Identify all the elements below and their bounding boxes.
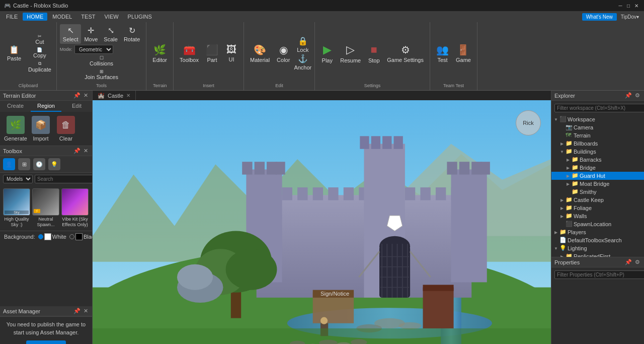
exit-game-button[interactable]: 🚪 Game <box>453 42 474 64</box>
tree-terrain[interactable]: 🗺 Terrain <box>551 131 644 140</box>
duplicate-button[interactable]: ⧉ Duplicate <box>26 60 53 74</box>
cut-button[interactable]: ✂ Cut <box>26 33 53 46</box>
tree-buildings[interactable]: ▼ 📁 Buildings <box>551 148 644 156</box>
toolbox-pin[interactable]: 📌 <box>72 148 82 154</box>
menu-file[interactable]: FILE <box>2 13 22 21</box>
terrain-editor-close[interactable]: ✕ <box>83 92 89 99</box>
close-button[interactable]: ✕ <box>633 2 640 9</box>
menu-plugins[interactable]: PLUGINS <box>124 13 156 21</box>
toolbox-tab-models[interactable]: 👤 <box>3 158 15 170</box>
toolbox-search-input[interactable] <box>35 175 92 183</box>
ui-button[interactable]: 🖼 UI <box>222 42 240 64</box>
smithy-label: Smithy <box>580 189 597 195</box>
menu-test[interactable]: TEST <box>77 13 99 21</box>
terrain-editor-pin[interactable]: 📌 <box>72 92 82 99</box>
tree-barracks[interactable]: ▶ 📁 Barracks <box>551 156 644 164</box>
move-button[interactable]: ✛ Move <box>81 24 101 44</box>
camera-icon: 📷 <box>566 124 573 131</box>
copy-button[interactable]: 📄 Copy <box>26 46 53 59</box>
explorer-settings[interactable]: ⚙ <box>634 92 641 99</box>
castle-keep-icon: 📁 <box>566 196 573 203</box>
explorer-pin[interactable]: 📌 <box>624 92 633 99</box>
toolbox-tab-favorites[interactable]: 💡 <box>48 158 60 170</box>
explorer-filter-input[interactable] <box>554 104 644 112</box>
menu-view[interactable]: VIEW <box>100 13 122 21</box>
tree-players[interactable]: ▶ 📁 Players <box>551 228 644 236</box>
select-button[interactable]: ↖ Select <box>60 24 82 44</box>
svg-point-54 <box>226 249 277 290</box>
terrain-tool-generate[interactable]: 🌿 Generate <box>4 116 27 142</box>
tree-smithy[interactable]: 📁 Smithy <box>551 188 644 196</box>
tree-workspace[interactable]: ▼ ⬛ Workspace <box>551 115 644 123</box>
minimize-button[interactable]: ─ <box>617 2 624 9</box>
asset-manager-pin[interactable]: 📌 <box>72 308 82 314</box>
join-surfaces-button[interactable]: ⊞ Join Surfaces <box>60 68 143 81</box>
tree-default-toolbox[interactable]: 📄 DefaultToolboxSearch <box>551 236 644 244</box>
scale-button[interactable]: ⤡ Scale <box>101 24 121 44</box>
toolbox-tab-recent[interactable]: 🕐 <box>33 158 45 170</box>
terrain-editor-button[interactable]: 🌿 Editor <box>149 42 170 64</box>
user-profile[interactable]: TipDov▾ <box>618 14 642 20</box>
models-selector[interactable]: Models <box>3 175 33 183</box>
collisions-button[interactable]: ☐ Collisions <box>60 54 143 67</box>
castle-scene[interactable]: Sign/Notice <box>93 100 551 344</box>
bg-white-option[interactable]: White <box>38 233 66 240</box>
color-button[interactable]: ◉ Color <box>274 42 293 64</box>
billboards-arrow: ▶ <box>559 142 565 146</box>
toolbox-title: Toolbox <box>3 148 22 154</box>
tree-replicated-first[interactable]: ▶ 📁 ReplicatedFirst <box>551 252 644 257</box>
rotate-button[interactable]: ↻ Rotate <box>121 24 143 44</box>
terrain-tool-clear[interactable]: 🗑 Clear <box>54 116 77 142</box>
paste-button[interactable]: 📋 Paste <box>3 43 25 63</box>
tree-camera[interactable]: 📷 Camera <box>551 123 644 131</box>
stop-button[interactable]: ■ Stop <box>365 42 383 65</box>
tree-billboards[interactable]: ▶ 📁 Billboards <box>551 140 644 148</box>
tree-foliage[interactable]: ▶ 📁 Foliage <box>551 204 644 212</box>
moat-bridge-icon: 📁 <box>572 180 579 187</box>
part-button[interactable]: ⬛ Part <box>203 42 221 64</box>
maximize-button[interactable]: □ <box>625 2 632 9</box>
whats-new-button[interactable]: What's New <box>582 13 617 21</box>
properties-filter-input[interactable] <box>554 270 644 279</box>
asset-manager-close[interactable]: ✕ <box>83 308 89 314</box>
tree-lighting[interactable]: ▼ 💡 Lighting <box>551 244 644 252</box>
team-test-button[interactable]: 👥 Test <box>433 42 452 64</box>
terrain-tab-create[interactable]: Create <box>0 101 31 112</box>
model-item-vibe[interactable]: Vibe Kit (Sky Effects Only) <box>61 188 89 228</box>
right-panels: Explorer 📌 ⚙ ▼ ⬛ Workspace 📷 <box>551 91 644 344</box>
stop-icon: ■ <box>371 43 377 56</box>
toolbox-tab-grid[interactable]: ⊞ <box>18 158 30 170</box>
tree-castle-keep[interactable]: ▶ 📁 Castle Keep <box>551 196 644 204</box>
terrain-tab-region[interactable]: Region <box>31 101 61 112</box>
mode-selector[interactable]: Geometric <box>74 45 113 54</box>
bg-black-option[interactable]: Black <box>69 233 92 240</box>
model-item-neutral[interactable]: ⚡ Neutral Spawn... <box>32 188 59 228</box>
properties-pin[interactable]: 📌 <box>624 259 633 265</box>
toolbox-button[interactable]: 🧰 Toolbox <box>177 42 202 64</box>
publish-button[interactable]: Publish <box>26 340 66 344</box>
resume-button[interactable]: ▷ Resume <box>337 42 364 65</box>
tree-guard-hut[interactable]: ▶ 📁 Guard Hut <box>551 172 644 180</box>
tree-spawn-location[interactable]: ⬛ SpawnLocation <box>551 220 644 228</box>
menu-model[interactable]: MODEL <box>48 13 76 21</box>
tree-moat-bridge[interactable]: ▶ 📁 Moat Bridge <box>551 180 644 188</box>
terrain-editor-header: Terrain Editor 📌 ✕ <box>0 91 92 101</box>
material-button[interactable]: 🎨 Material <box>247 42 273 64</box>
explorer-filter-row <box>551 101 644 115</box>
viewport-tab-castle[interactable]: 🏰 Castle ✕ <box>93 91 136 100</box>
tree-walls[interactable]: ▶ 📁 Walls <box>551 212 644 220</box>
menu-home[interactable]: HOME <box>23 13 47 21</box>
tree-bridge[interactable]: ▶ 📁 Bridge <box>551 164 644 172</box>
properties-settings[interactable]: ⚙ <box>634 259 641 265</box>
toolbox-close[interactable]: ✕ <box>83 148 89 154</box>
play-button[interactable]: ▶ Play <box>318 42 336 65</box>
terrain-tab-edit[interactable]: Edit <box>61 101 92 112</box>
game-settings-button[interactable]: ⚙ Game Settings <box>384 42 427 64</box>
toolbox-search-icon: 📄 <box>559 237 567 244</box>
viewport-tab-close[interactable]: ✕ <box>126 93 130 98</box>
navigator-compass[interactable]: Rick <box>516 110 541 135</box>
lock-button[interactable]: 🔒 Lock ⚓ Anchor <box>294 36 311 71</box>
model-item-high-quality[interactable]: Sky High Quality Sky :) <box>3 188 30 228</box>
svg-text:Sign/Notice: Sign/Notice <box>320 291 349 297</box>
terrain-tool-import[interactable]: 📦 Import <box>29 116 52 142</box>
